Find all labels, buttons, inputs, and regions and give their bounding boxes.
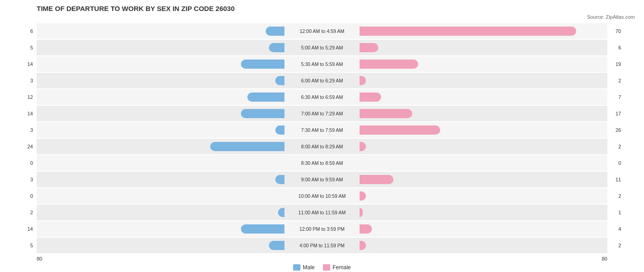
bars-wrapper: 8:30 AM to 8:59 AM	[37, 157, 607, 169]
row-female-value: 6	[618, 45, 621, 50]
source-label: Source: ZipAtlas.com	[9, 14, 635, 20]
row-female-value: 2	[618, 243, 621, 248]
female-side	[359, 142, 607, 151]
legend: Male Female	[9, 264, 635, 271]
row-male-value: 3	[19, 127, 33, 133]
legend-female: Female	[323, 264, 351, 271]
female-side	[359, 76, 607, 85]
female-bar	[360, 175, 393, 184]
bars-wrapper: 6:00 AM to 6:29 AM	[37, 75, 607, 87]
row-label: 10:00 AM to 10:59 AM	[285, 193, 359, 199]
female-side	[359, 175, 607, 184]
male-bar	[269, 241, 284, 250]
row-female-value: 26	[616, 127, 621, 133]
male-bar	[210, 142, 284, 151]
male-bar	[275, 175, 284, 184]
row-label: 11:00 AM to 11:59 AM	[285, 210, 359, 215]
bars-wrapper: 11:00 AM to 11:59 AM	[37, 207, 607, 218]
female-side	[359, 241, 607, 250]
chart-row: 0 8:30 AM to 8:59 AM 0	[37, 155, 607, 171]
row-label: 7:30 AM to 7:59 AM	[285, 127, 359, 133]
row-male-value: 12	[19, 94, 33, 100]
bars-wrapper: 12:00 PM to 3:59 PM	[37, 223, 607, 235]
chart-row: 2 11:00 AM to 11:59 AM 1	[37, 205, 607, 220]
male-side	[37, 76, 285, 85]
male-side	[37, 158, 285, 168]
female-bar	[360, 76, 366, 85]
row-female-value: 2	[618, 78, 621, 83]
bars-wrapper: 5:30 AM to 5:59 AM	[37, 58, 607, 70]
female-side	[359, 27, 607, 36]
male-bar	[241, 109, 284, 118]
chart-row: 5 5:00 AM to 5:29 AM 6	[37, 40, 607, 55]
chart-title: TIME OF DEPARTURE TO WORK BY SEX IN ZIP …	[9, 5, 635, 12]
bars-wrapper: 9:00 AM to 9:59 AM	[37, 174, 607, 185]
row-label: 4:00 PM to 11:59 PM	[285, 243, 359, 248]
female-side	[359, 191, 607, 201]
female-bar	[360, 27, 576, 36]
chart-row: 5 4:00 PM to 11:59 PM 2	[37, 238, 607, 253]
chart-area: 6 12:00 AM to 4:59 AM 70 5 5:00 AM to 5:…	[9, 23, 635, 261]
chart-row: 14 12:00 PM to 3:59 PM 4	[37, 221, 607, 237]
chart-row: 3 7:30 AM to 7:59 AM 26	[37, 122, 607, 138]
axis-right: 80	[602, 256, 607, 261]
male-side	[37, 125, 285, 135]
male-side	[37, 224, 285, 234]
chart-row: 6 12:00 AM to 4:59 AM 70	[37, 23, 607, 39]
female-bar	[360, 191, 366, 201]
row-label: 9:00 AM to 9:59 AM	[285, 177, 359, 182]
row-male-value: 24	[19, 144, 33, 149]
row-male-value: 6	[19, 28, 33, 34]
row-label: 6:30 AM to 6:59 AM	[285, 94, 359, 100]
row-male-value: 14	[19, 226, 33, 232]
axis-left: 80	[37, 256, 42, 261]
male-bar	[241, 224, 284, 234]
chart-row: 0 10:00 AM to 10:59 AM 2	[37, 188, 607, 204]
row-male-value: 3	[19, 78, 33, 83]
row-female-value: 7	[618, 94, 621, 100]
male-side	[37, 43, 285, 52]
legend-female-label: Female	[333, 264, 351, 271]
male-side	[37, 191, 285, 201]
female-side	[359, 92, 607, 102]
female-bar	[360, 43, 378, 52]
female-bar	[360, 208, 363, 217]
female-bar	[360, 224, 372, 234]
female-bar	[360, 241, 366, 250]
row-label: 6:00 AM to 6:29 AM	[285, 78, 359, 83]
male-side	[37, 208, 285, 217]
male-bar	[266, 27, 284, 36]
row-label: 12:00 PM to 3:59 PM	[285, 226, 359, 232]
female-bar	[360, 125, 440, 135]
legend-male: Male	[293, 264, 315, 271]
male-side	[37, 142, 285, 151]
male-bar	[275, 125, 284, 135]
female-bar	[360, 92, 381, 102]
female-side	[359, 125, 607, 135]
chart-row: 14 7:00 AM to 7:29 AM 17	[37, 106, 607, 121]
row-female-value: 19	[616, 61, 621, 67]
legend-female-box	[323, 264, 330, 271]
row-male-value: 2	[19, 210, 33, 215]
row-label: 7:00 AM to 7:29 AM	[285, 111, 359, 116]
male-bar	[269, 43, 284, 52]
female-side	[359, 158, 607, 168]
row-male-value: 14	[19, 61, 33, 67]
male-side	[37, 27, 285, 36]
female-bar	[360, 109, 412, 118]
row-female-value: 17	[616, 111, 621, 116]
row-male-value: 5	[19, 243, 33, 248]
row-male-value: 14	[19, 111, 33, 116]
row-label: 5:30 AM to 5:59 AM	[285, 61, 359, 67]
female-bar	[360, 142, 366, 151]
female-side	[359, 224, 607, 234]
row-label: 8:30 AM to 8:59 AM	[285, 160, 359, 166]
row-label: 12:00 AM to 4:59 AM	[285, 28, 359, 34]
female-side	[359, 43, 607, 52]
female-side	[359, 60, 607, 69]
male-bar	[247, 92, 284, 102]
bars-wrapper: 8:00 AM to 8:29 AM	[37, 141, 607, 152]
row-female-value: 2	[618, 193, 621, 199]
male-side	[37, 60, 285, 69]
female-bar	[360, 60, 418, 69]
